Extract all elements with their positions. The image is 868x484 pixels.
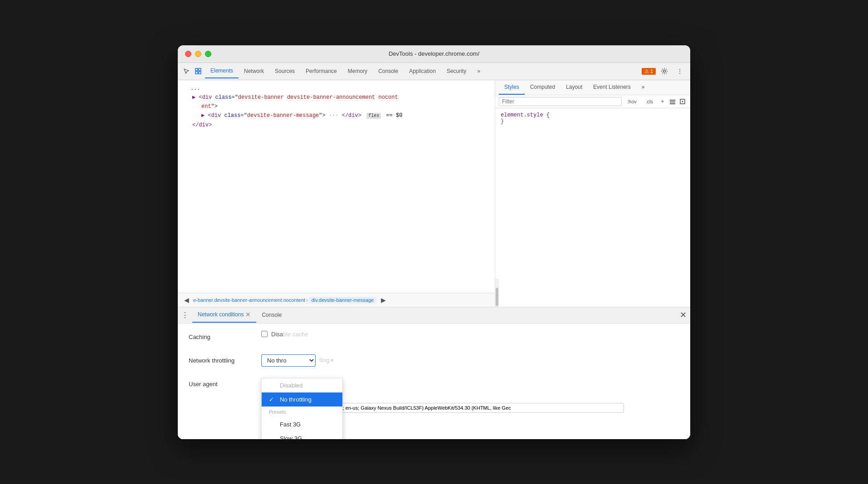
tab-console[interactable]: Console <box>373 64 404 78</box>
error-badge[interactable]: ⚠ 1 <box>642 68 656 75</box>
tab-styles[interactable]: Styles <box>499 80 525 95</box>
user-agent-label: User agent <box>189 378 261 387</box>
styles-tab-bar: Styles Computed Layout Event Listeners » <box>495 80 690 95</box>
dom-panel: ... ▶ <div class="devsite-banner devsite… <box>178 80 495 307</box>
styles-filter-input[interactable] <box>499 97 622 106</box>
window-title: DevTools - developer.chrome.com/ <box>389 50 479 57</box>
inspect-icon[interactable] <box>193 66 203 76</box>
caching-label: Caching <box>189 331 261 340</box>
settings-icon[interactable] <box>659 66 669 76</box>
tab-sources[interactable]: Sources <box>269 64 300 78</box>
styles-rule-close: } <box>501 118 504 125</box>
network-throttling-row: Network throttling No thro tling ▾ Disab… <box>189 354 679 369</box>
drawer-tab-network-conditions[interactable]: Network conditions ✕ <box>192 307 256 323</box>
svg-rect-7 <box>670 103 675 104</box>
minimize-button[interactable] <box>195 51 201 57</box>
add-style-icon[interactable]: + <box>658 97 667 106</box>
styles-content: element.style { } <box>495 108 690 279</box>
tab-application[interactable]: Application <box>404 64 441 78</box>
tab-performance[interactable]: Performance <box>300 64 342 78</box>
styles-selector: element.style { <box>501 112 550 118</box>
svg-rect-6 <box>670 102 675 102</box>
throttling-extra: tling ▾ <box>319 357 333 363</box>
drawer-close-button[interactable]: ✕ <box>680 310 687 320</box>
tab-elements[interactable]: Elements <box>205 64 239 78</box>
close-button[interactable] <box>185 51 191 57</box>
network-throttling-select[interactable]: No thro <box>261 354 316 367</box>
svg-point-4 <box>663 70 666 73</box>
tab-event-listeners[interactable]: Event Listeners <box>588 80 636 95</box>
breadcrumb-separator: › <box>306 297 308 303</box>
dom-line-2b: ent"> <box>183 102 489 111</box>
svg-rect-3 <box>199 72 201 74</box>
breadcrumb-arrow-right[interactable]: ▶ <box>378 295 388 305</box>
drawer-tab-console[interactable]: Console <box>256 308 287 322</box>
tab-more[interactable]: » <box>472 64 486 78</box>
dropdown-item-fast3g[interactable]: Fast 3G <box>262 417 342 431</box>
tab-security[interactable]: Security <box>441 64 472 78</box>
network-conditions-panel: Caching Disable cache Network throttling… <box>178 324 690 439</box>
breadcrumb-item-2[interactable]: div.devsite-banner-message <box>309 297 376 303</box>
scrollbar-thumb[interactable] <box>496 288 498 306</box>
tab-actions: ⚠ 1 ⋮ <box>642 66 687 76</box>
styles-panel: Styles Computed Layout Event Listeners »… <box>495 80 690 307</box>
drawer-tab-bar: ⋮ Network conditions ✕ Console ✕ <box>178 307 690 324</box>
dropdown-item-no-throttling[interactable]: ✓ No throttling <box>262 392 342 407</box>
caching-checkbox-label: Disable cache <box>271 331 308 338</box>
devtools-window: DevTools - developer.chrome.com/ Element… <box>178 45 690 439</box>
devtools-body: Elements Network Sources Performance Mem… <box>178 63 690 439</box>
dom-view: ... ▶ <div class="devsite-banner devsite… <box>178 80 495 293</box>
dom-line-2[interactable]: ▶ <div class="devsite-banner devsite-ban… <box>183 93 489 102</box>
tab-network[interactable]: Network <box>239 64 269 78</box>
maximize-button[interactable] <box>205 51 211 57</box>
dom-line-3[interactable]: ▶ <div class="devsite-banner-message"> ·… <box>183 111 489 121</box>
drawer-tab-close-network[interactable]: ✕ <box>245 311 251 318</box>
caching-checkbox[interactable] <box>261 331 268 337</box>
breadcrumb-arrow-left[interactable]: ◀ <box>181 295 191 305</box>
title-bar: DevTools - developer.chrome.com/ <box>178 45 690 63</box>
tab-layout[interactable]: Layout <box>561 80 588 95</box>
svg-rect-0 <box>195 68 198 71</box>
breadcrumb-item-1[interactable]: e-banner.devsite-banner-announcement.noc… <box>193 297 305 303</box>
styles-filter-bar: :hov .cls + <box>495 95 690 108</box>
right-scrollbar[interactable] <box>495 279 499 307</box>
bottom-drawer: ⋮ Network conditions ✕ Console ✕ Caching <box>178 307 690 439</box>
check-icon: ✓ <box>269 396 276 403</box>
tab-computed[interactable]: Computed <box>525 80 561 95</box>
breadcrumb: ◀ e-banner.devsite-banner-announcement.n… <box>178 293 495 307</box>
hov-button[interactable]: :hov <box>624 98 640 105</box>
devtools-tab-bar: Elements Network Sources Performance Mem… <box>178 63 690 80</box>
tab-styles-more[interactable]: » <box>636 80 650 95</box>
inspect-style-icon[interactable] <box>678 97 687 106</box>
cursor-icon[interactable] <box>181 66 191 76</box>
dropdown-item-slow3g[interactable]: Slow 3G <box>262 431 342 439</box>
throttling-dropdown: Disabled ✓ No throttling Presets Fast 3G <box>261 378 343 439</box>
devtools-main: ... ▶ <div class="devsite-banner devsite… <box>178 80 690 307</box>
styles-rule-element: element.style { } <box>501 112 685 125</box>
dom-line-4: </div> <box>183 121 489 130</box>
svg-rect-2 <box>195 72 198 74</box>
caching-row: Caching Disable cache <box>189 331 679 345</box>
caching-control: Disable cache <box>261 331 679 338</box>
dropdown-item-disabled: Disabled <box>262 378 342 392</box>
tab-memory[interactable]: Memory <box>342 64 373 78</box>
traffic-lights <box>185 51 211 57</box>
dom-line-1: ... <box>183 84 489 93</box>
dropdown-presets-header: Presets <box>262 407 342 417</box>
network-throttling-control: No thro tling ▾ <box>261 354 679 367</box>
toggle-style-icon[interactable] <box>668 97 677 106</box>
network-throttling-label: Network throttling <box>189 354 261 364</box>
cls-button[interactable]: .cls <box>642 98 657 105</box>
svg-rect-5 <box>670 100 675 101</box>
more-options-icon[interactable]: ⋮ <box>675 66 685 76</box>
svg-rect-1 <box>199 68 201 71</box>
drawer-more-icon[interactable]: ⋮ <box>181 311 189 319</box>
